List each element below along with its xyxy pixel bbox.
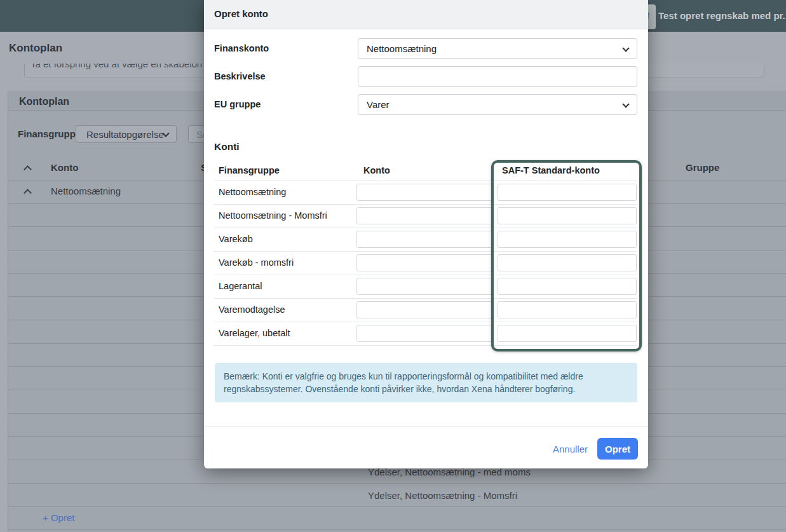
- eu-gruppe-select[interactable]: Varer: [358, 94, 637, 115]
- konti-heading: Konti: [214, 141, 240, 153]
- chevron-down-icon: [622, 44, 629, 51]
- saft-konto-input[interactable]: [498, 278, 637, 295]
- panel-title: Kontoplan: [19, 96, 69, 107]
- chevron-down-icon: [622, 100, 629, 107]
- row-separator: [8, 506, 786, 507]
- konti-row-label: Varekøb: [219, 234, 253, 244]
- company-name[interactable]: Test opret regnskab med pr...: [658, 0, 786, 32]
- create-account-link[interactable]: + Opret: [43, 512, 74, 523]
- eu-gruppe-value: Varer: [367, 99, 390, 110]
- table-row-separator: [214, 322, 637, 322]
- saft-konto-input[interactable]: [498, 231, 637, 248]
- table-header-saft: SAF-T Standard-konto: [502, 165, 600, 175]
- page-title: Kontoplan: [9, 42, 62, 55]
- modal-title: Opret konto: [214, 8, 268, 19]
- chevron-up-icon: [24, 165, 32, 174]
- column-header-gruppe: Gruppe: [686, 162, 719, 173]
- note-box: Bemærk: Konti er valgfrie og bruges kun …: [215, 363, 637, 402]
- finanskonto-label: Finanskonto: [214, 43, 269, 53]
- row-separator: [8, 483, 786, 484]
- saft-konto-input[interactable]: [498, 184, 637, 201]
- cancel-button[interactable]: Annuller: [553, 444, 588, 454]
- konto-input[interactable]: [356, 231, 494, 248]
- finanskonto-select[interactable]: Nettoomsætning: [358, 38, 637, 59]
- table-header-finansgruppe: Finansgruppe: [219, 165, 280, 175]
- konto-input[interactable]: [356, 207, 494, 224]
- konti-row-label: Nettoomsætning: [219, 187, 286, 197]
- modal-header: Opret konto: [204, 0, 648, 29]
- saft-konto-input[interactable]: [498, 207, 637, 224]
- create-button[interactable]: Opret: [597, 438, 638, 460]
- account-row: Ydelser, Nettoomsætning - Momsfri: [368, 490, 517, 501]
- table-header-underline: [214, 181, 637, 181]
- konto-input[interactable]: [356, 325, 494, 342]
- eu-gruppe-label: EU gruppe: [214, 99, 261, 109]
- table-row-separator: [214, 275, 637, 275]
- konti-row-label: Lagerantal: [219, 281, 262, 291]
- konti-row-label: Varemodtagelse: [219, 304, 285, 315]
- finansgruppe-label: Finansgruppe: [18, 128, 81, 139]
- beskrivelse-input[interactable]: [358, 66, 637, 87]
- konto-input[interactable]: [356, 184, 494, 201]
- saft-konto-input[interactable]: [498, 301, 637, 318]
- create-account-modal: Opret konto Finanskonto Nettoomsætning B…: [204, 0, 648, 468]
- row-separator: [8, 529, 786, 530]
- finansgruppe-value: Resultatopgørelse: [86, 129, 164, 140]
- table-row-separator: [214, 228, 637, 228]
- table-row-separator: [214, 204, 637, 205]
- table-row-separator: [214, 251, 637, 252]
- beskrivelse-label: Beskrivelse: [214, 71, 266, 81]
- finansgruppe-select[interactable]: Resultatopgørelse: [76, 125, 177, 143]
- table-row-separator: [214, 345, 637, 346]
- footer-divider: [204, 426, 648, 427]
- table-header-konto: Konto: [363, 165, 390, 175]
- konto-input[interactable]: [356, 301, 494, 318]
- konti-row-label: Nettoomsætning - Momsfri: [219, 210, 327, 221]
- chevron-up-icon: [24, 189, 32, 197]
- konto-input[interactable]: [356, 254, 494, 271]
- saft-konto-input[interactable]: [498, 254, 637, 271]
- konti-row-label: Varekøb - momsfri: [219, 257, 294, 268]
- saft-konto-input[interactable]: [498, 325, 637, 342]
- finanskonto-value: Nettoomsætning: [367, 43, 437, 54]
- konto-input[interactable]: [356, 278, 494, 295]
- konti-row-label: Varelager, ubetalt: [219, 328, 290, 338]
- table-row-separator: [214, 298, 637, 299]
